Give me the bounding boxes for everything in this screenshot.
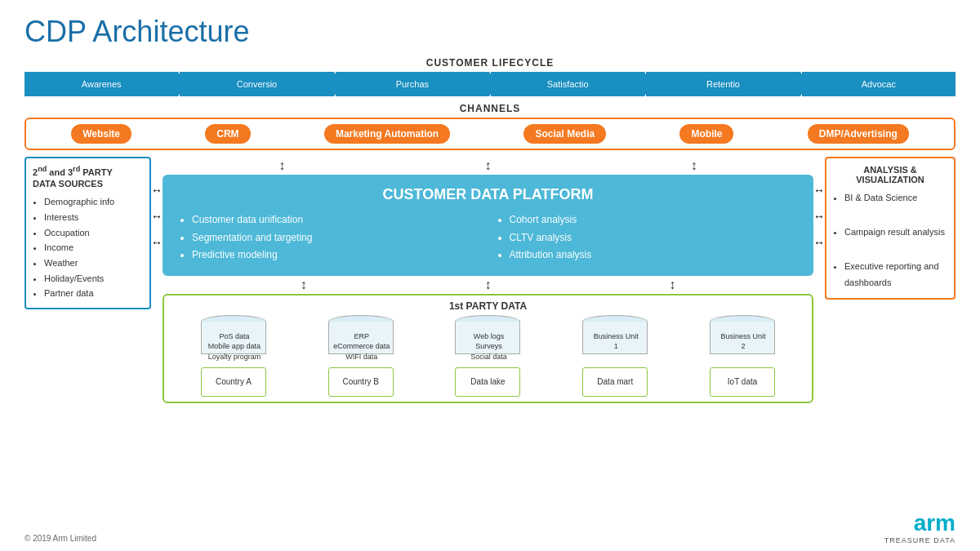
channel-social-media: Social Media — [523, 124, 606, 144]
fp-col-1: ERPeCommerce dataWIFI data — [300, 315, 422, 363]
channel-dmp: DMP/Advertising — [808, 124, 909, 144]
cdp-feature-5: Attribution analysis — [510, 247, 798, 264]
left-item-3: Income — [44, 240, 143, 256]
cdp-feature-1: Segmentation and targeting — [192, 229, 480, 247]
arm-logo: arm — [914, 512, 956, 535]
left-item-4: Weather — [44, 256, 143, 271]
left-panel: 2nd and 3rd PARTYDATA SOURCES Demographi… — [24, 157, 151, 309]
fp-rects-row: Country A Country B Data lake Data mart … — [172, 367, 804, 397]
up-down-arrow-1: ↕ — [278, 158, 285, 173]
right-arrow-2: ↔ — [813, 210, 825, 223]
right-panel-title: ANALYSIS &VISUALIZATION — [833, 165, 947, 184]
center-wrapper: ↕ ↕ ↕ CUSTOMER DATA PLATFORM Customer da… — [163, 157, 813, 403]
cyl-text-2: Web logsSurveysSocial data — [456, 331, 521, 362]
right-item-0: BI & Data Science — [844, 189, 947, 207]
copyright: © 2019 Arm Limited — [24, 534, 96, 543]
rect-data-lake: Data lake — [455, 367, 520, 397]
cyl-body-1: ERPeCommerce dataWIFI data — [328, 322, 394, 354]
fp-rect-col-0: Country A — [172, 367, 295, 397]
left-arrow-3: ↔ — [151, 236, 163, 249]
cyl-text-4: Business Unit2 — [710, 331, 776, 352]
ud-arrow-c: ↕ — [669, 278, 675, 292]
fp-col-2: Web logsSurveysSocial data — [427, 315, 550, 363]
right-item-2: Executive reporting and dashboards — [844, 258, 947, 292]
cyl-text-1: ERPeCommerce dataWIFI data — [329, 331, 394, 362]
cdp-col-2: Cohort analysis CLTV analysis Attributio… — [497, 211, 798, 264]
up-down-arrow-3: ↕ — [691, 158, 697, 173]
first-party-label: 1st PARTY DATA — [172, 300, 804, 312]
ud-arrow-b: ↕ — [484, 278, 491, 292]
logo-area: arm TREASURE DATA — [884, 512, 956, 544]
right-arrow-1: ↔ — [813, 184, 825, 197]
left-arrows: ↔ ↔ ↔ — [151, 157, 163, 264]
channel-marketing-automation: Marketing Automation — [324, 124, 450, 144]
cyl-body-3: Business Unit1 — [582, 322, 648, 354]
cdp-feature-0: Customer data unification — [192, 211, 480, 229]
cylinder-0: PoS dataMobile app dataLoyalty program — [201, 315, 266, 360]
left-item-1: Interests — [44, 210, 143, 225]
lifecycle-step-0: Awarenes — [24, 72, 178, 96]
lifecycle-step-4: Retentio — [646, 72, 800, 96]
fp-rect-col-2: Data lake — [427, 367, 550, 397]
left-item-2: Occupation — [44, 225, 143, 241]
channels-box: Website CRM Marketing Automation Social … — [24, 118, 956, 150]
right-panel: ANALYSIS &VISUALIZATION BI & Data Scienc… — [825, 157, 956, 300]
fp-cylinders-row: PoS dataMobile app dataLoyalty program E… — [172, 315, 804, 363]
fp-col-3: Business Unit1 — [554, 315, 676, 363]
rect-country-a: Country A — [201, 367, 266, 397]
lifecycle-bar: Awarenes Conversio Purchas Satisfactio R… — [24, 72, 956, 96]
channel-mobile: Mobile — [679, 124, 733, 144]
right-item-1: Campaign result analysis — [844, 224, 947, 241]
up-down-arrow-2: ↕ — [484, 158, 491, 173]
ud-arrow-a: ↕ — [301, 278, 307, 292]
lifecycle-step-2: Purchas — [336, 72, 489, 96]
cdp-features: Customer data unification Segmentation a… — [179, 211, 797, 264]
cdp-feature-2: Predictive modeling — [192, 247, 480, 264]
first-party-box: 1st PARTY DATA PoS dataMobile app dataLo… — [163, 294, 813, 403]
channels-to-cdp-arrows: ↕ ↕ ↕ — [163, 157, 813, 175]
fp-col-0: PoS dataMobile app dataLoyalty program — [172, 315, 295, 363]
fp-col-4: Business Unit2 — [681, 315, 804, 363]
cylinder-3: Business Unit1 — [582, 315, 648, 360]
left-panel-title: 2nd and 3rd PARTYDATA SOURCES — [33, 165, 143, 189]
left-arrow-1: ↔ — [151, 184, 163, 197]
treasure-data-text: TREASURE DATA — [884, 536, 956, 544]
page-title: CDP Architecture — [24, 15, 956, 49]
cyl-body-2: Web logsSurveysSocial data — [455, 322, 520, 354]
channel-crm: CRM — [205, 124, 250, 144]
left-item-6: Partner data — [44, 286, 143, 301]
left-arrow-2: ↔ — [151, 210, 163, 223]
rect-data-mart: Data mart — [582, 367, 648, 397]
cyl-text-0: PoS dataMobile app dataLoyalty program — [202, 331, 267, 362]
lifecycle-step-5: Advocac — [802, 72, 956, 96]
right-arrow-3: ↔ — [813, 236, 825, 249]
cdp-to-fp-arrows: ↕ ↕ ↕ — [163, 276, 813, 294]
fp-rect-col-1: Country B — [300, 367, 422, 397]
right-panel-list: BI & Data Science Campaign result analys… — [833, 189, 947, 291]
cdp-box: CUSTOMER DATA PLATFORM Customer data uni… — [163, 175, 813, 276]
fp-rect-col-3: Data mart — [554, 367, 676, 397]
cdp-title: CUSTOMER DATA PLATFORM — [179, 186, 797, 203]
channel-website: Website — [71, 124, 131, 144]
cyl-text-3: Business Unit1 — [583, 331, 648, 352]
left-item-5: Holiday/Events — [44, 271, 143, 287]
lifecycle-label: CUSTOMER LIFECYCLE — [24, 57, 956, 69]
cyl-body-0: PoS dataMobile app dataLoyalty program — [201, 322, 266, 354]
rect-country-b: Country B — [328, 367, 394, 397]
rect-iot-data: IoT data — [710, 367, 775, 397]
cdp-list-1: Customer data unification Segmentation a… — [179, 211, 480, 264]
cdp-feature-3: Cohort analysis — [510, 211, 798, 229]
cylinder-1: ERPeCommerce dataWIFI data — [328, 315, 394, 360]
left-item-0: Demographic info — [44, 194, 143, 210]
cdp-list-2: Cohort analysis CLTV analysis Attributio… — [497, 211, 798, 264]
cdp-feature-4: CLTV analysis — [510, 229, 798, 247]
cylinder-2: Web logsSurveysSocial data — [455, 315, 520, 360]
footer: © 2019 Arm Limited — [24, 534, 96, 543]
lifecycle-step-3: Satisfactio — [491, 72, 644, 96]
page: CDP Architecture CUSTOMER LIFECYCLE Awar… — [0, 0, 980, 551]
cyl-body-4: Business Unit2 — [710, 322, 775, 354]
fp-rect-col-4: IoT data — [681, 367, 804, 397]
cylinder-4: Business Unit2 — [710, 315, 775, 360]
left-panel-list: Demographic info Interests Occupation In… — [33, 194, 143, 301]
right-arrows: ↔ ↔ ↔ — [813, 157, 825, 264]
